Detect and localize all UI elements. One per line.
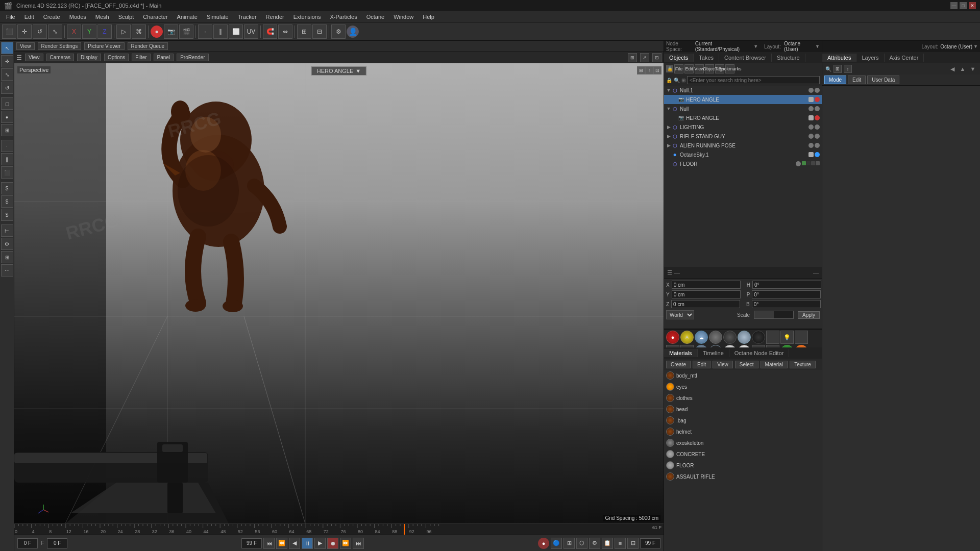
tab-timeline[interactable]: Timeline xyxy=(698,349,729,357)
tab-materials[interactable]: Materials xyxy=(664,349,698,357)
current-frame-field[interactable] xyxy=(17,538,38,548)
render-btn-sphere-dark[interactable] xyxy=(723,331,737,344)
tab-attributes[interactable]: Attributes xyxy=(822,54,856,62)
tc-icon-5[interactable]: 📋 xyxy=(602,538,613,549)
coord-p-rot[interactable] xyxy=(752,290,821,298)
expand-null[interactable]: ▼ xyxy=(666,106,671,111)
tb-render2-btn[interactable]: 📷 xyxy=(164,24,178,39)
mat-create[interactable]: Create xyxy=(666,361,691,368)
menu-help[interactable]: Help xyxy=(419,13,438,21)
expand-null1[interactable]: ▼ xyxy=(666,88,671,93)
vp-menu-display[interactable]: Display xyxy=(77,54,101,61)
tb-points-btn[interactable]: · xyxy=(198,24,212,39)
attr-nav-up[interactable]: ▲ xyxy=(959,65,967,73)
tb-move-btn[interactable]: ✛ xyxy=(17,24,32,39)
tree-item-rifle[interactable]: ▶ ⬡ RIFLE STAND GUY xyxy=(664,132,822,141)
mat-item-head[interactable]: head xyxy=(664,404,822,415)
tb-user-btn[interactable]: 👤 xyxy=(347,26,359,38)
tc-icon-1[interactable]: 🔵 xyxy=(551,538,562,549)
tc-render-icon[interactable]: ● xyxy=(538,538,549,549)
tb-render-btn[interactable]: ● xyxy=(151,26,163,38)
tc-goto-end[interactable]: ⏭ xyxy=(353,538,364,549)
tc-record[interactable]: ⏺ xyxy=(327,538,338,549)
mat-view[interactable]: View xyxy=(713,361,733,368)
coord-x-pos[interactable] xyxy=(672,281,741,289)
vp-menu-prorender[interactable]: ProRender xyxy=(177,54,208,61)
tool-misc2[interactable]: ⋯ xyxy=(1,264,13,277)
attr-nav-back[interactable]: ◀ xyxy=(948,65,957,73)
render-btn-record[interactable]: ● xyxy=(666,331,679,344)
close-button[interactable]: ✕ xyxy=(969,2,976,9)
tool-model[interactable]: ◻ xyxy=(1,97,13,110)
tool-rotate[interactable]: ↺ xyxy=(1,82,13,94)
tree-item-alien[interactable]: ▶ ⬡ ALIEN RUNNING POSE xyxy=(664,141,822,150)
tb-grid-btn[interactable]: ⊞ xyxy=(297,24,311,39)
mat-material[interactable]: Material xyxy=(761,361,788,368)
vp-menu-view[interactable]: View xyxy=(16,42,35,50)
tb-z-axis[interactable]: Z xyxy=(97,24,112,39)
tc-play[interactable]: ▶ xyxy=(314,538,326,549)
render-btn-sky[interactable]: ☁ xyxy=(695,331,708,344)
vp-menu-filter[interactable]: Filter xyxy=(132,54,150,61)
render-btn-half-sphere[interactable] xyxy=(709,331,722,344)
vp-corner-tr1[interactable]: ↑ xyxy=(645,66,653,74)
tc-pause[interactable]: ⏸ xyxy=(302,538,313,549)
tool-scale[interactable]: ⤡ xyxy=(1,68,13,81)
menu-modes[interactable]: Modes xyxy=(65,13,90,21)
mat-item-concrete[interactable]: CONCRETE xyxy=(664,448,822,460)
node-space-chevron[interactable]: ▼ xyxy=(753,44,758,49)
tb-y-axis[interactable]: Y xyxy=(82,24,96,39)
tc-icon-2[interactable]: ⊞ xyxy=(564,538,575,549)
tc-icon-4[interactable]: ⚙ xyxy=(589,538,600,549)
tb-scale-btn[interactable]: ⤡ xyxy=(48,24,62,39)
render-btn-sphere-glass[interactable] xyxy=(738,331,751,344)
mat-item-exo[interactable]: exoskeleton xyxy=(664,437,822,448)
attr-expand-icon[interactable]: ↕ xyxy=(844,65,852,73)
tab-layers[interactable]: Layers xyxy=(856,54,884,62)
expand-lighting[interactable]: ▶ xyxy=(666,124,671,130)
tab-axis-center[interactable]: Axis Center xyxy=(885,54,924,62)
render-btn-sun[interactable]: ☀ xyxy=(680,331,694,344)
tree-item-hero1[interactable]: ▶ 📷 HERO ANGLE xyxy=(664,95,822,104)
menu-edit[interactable]: Edit xyxy=(20,13,38,21)
menu-octane[interactable]: Octane xyxy=(362,13,388,21)
render-btn-spot[interactable] xyxy=(795,331,808,344)
end-frame-field2[interactable] xyxy=(640,538,660,548)
menu-window[interactable]: Window xyxy=(389,13,418,21)
coord-b-rot[interactable] xyxy=(752,300,821,308)
tb-lasso-btn[interactable]: ⌘ xyxy=(132,24,146,39)
mat-item-bag[interactable]: .bag xyxy=(664,415,822,426)
expand-alien[interactable]: ▶ xyxy=(666,143,671,148)
vp-menu-render-queue[interactable]: Render Queue xyxy=(128,42,168,50)
coord-scale-slider[interactable] xyxy=(754,311,794,319)
tool-measure[interactable]: ⊢ xyxy=(1,224,13,237)
coord-apply-btn[interactable]: Apply xyxy=(798,311,820,319)
tool-polygons[interactable]: ⬛ xyxy=(1,166,13,179)
vp-icon-3[interactable]: ⊡ xyxy=(652,53,662,62)
render-btn-bulb[interactable]: 💡 xyxy=(780,331,794,344)
vp-panel-icon[interactable]: ☰ xyxy=(16,54,22,61)
tab-takes[interactable]: Takes xyxy=(694,54,719,62)
attr-edit-btn[interactable]: Edit xyxy=(848,76,866,84)
tb-render3-btn[interactable]: 🎬 xyxy=(179,24,193,39)
vp-icon-1[interactable]: ⊞ xyxy=(628,53,637,62)
tb-settings-btn[interactable]: ⚙ xyxy=(331,24,346,39)
vp-menu-panel[interactable]: Panel xyxy=(154,54,174,61)
tree-item-null[interactable]: ▼ ⬡ Null xyxy=(664,104,822,113)
mat-item-assault[interactable]: ASSAULT RIFLE xyxy=(664,471,822,482)
tb-select-btn[interactable]: ▷ xyxy=(116,24,131,39)
tool-move[interactable]: ✛ xyxy=(1,55,13,67)
vp-menu-picture-viewer[interactable]: Picture Viewer xyxy=(84,42,124,50)
mat-texture[interactable]: Texture xyxy=(790,361,816,368)
coord-z-pos[interactable] xyxy=(671,300,740,308)
expand-rifle[interactable]: ▶ xyxy=(666,134,671,139)
minimize-button[interactable]: — xyxy=(950,2,958,9)
tc-icon-7[interactable]: ⊟ xyxy=(627,538,639,549)
obj-edit-btn[interactable]: File xyxy=(674,64,683,73)
tool-annotation[interactable]: ⚙ xyxy=(1,238,13,250)
tc-icon-6[interactable]: ≡ xyxy=(615,538,626,549)
vp-menu-view2[interactable]: View xyxy=(25,54,43,61)
attr-nav-down[interactable]: ▼ xyxy=(969,65,977,73)
viewport-angle-dropdown[interactable]: HERO ANGLE ▼ xyxy=(311,66,366,76)
tb-polys-btn[interactable]: ⬜ xyxy=(229,24,243,39)
